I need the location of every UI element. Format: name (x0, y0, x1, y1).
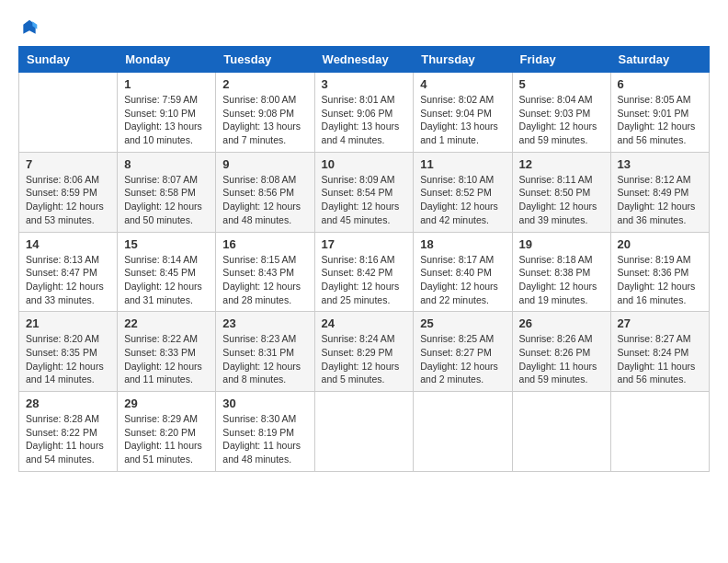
calendar-cell: 13Sunrise: 8:12 AM Sunset: 8:49 PM Dayli… (610, 152, 709, 232)
calendar-cell (610, 392, 709, 472)
calendar-week-1: 1Sunrise: 7:59 AM Sunset: 9:10 PM Daylig… (19, 73, 710, 153)
calendar-cell (314, 392, 414, 472)
day-info: Sunrise: 8:06 AM Sunset: 8:59 PM Dayligh… (26, 173, 110, 227)
day-info: Sunrise: 8:10 AM Sunset: 8:52 PM Dayligh… (420, 173, 505, 227)
day-info: Sunrise: 8:13 AM Sunset: 8:47 PM Dayligh… (26, 253, 110, 307)
day-number: 5 (519, 77, 604, 91)
day-info: Sunrise: 8:16 AM Sunset: 8:42 PM Dayligh… (322, 253, 407, 307)
day-number: 18 (420, 237, 505, 251)
day-number: 19 (519, 237, 604, 251)
page-header (18, 18, 710, 37)
day-number: 13 (618, 157, 702, 171)
day-number: 4 (420, 77, 505, 91)
day-info: Sunrise: 8:09 AM Sunset: 8:54 PM Dayligh… (322, 173, 407, 227)
calendar-cell: 6Sunrise: 8:05 AM Sunset: 9:01 PM Daylig… (610, 73, 709, 153)
day-info: Sunrise: 8:01 AM Sunset: 9:06 PM Dayligh… (322, 93, 407, 147)
calendar-cell (512, 392, 610, 472)
day-info: Sunrise: 8:15 AM Sunset: 8:43 PM Dayligh… (222, 253, 307, 307)
day-info: Sunrise: 8:04 AM Sunset: 9:03 PM Dayligh… (519, 93, 604, 147)
calendar-cell: 24Sunrise: 8:24 AM Sunset: 8:29 PM Dayli… (314, 312, 414, 392)
calendar-cell: 11Sunrise: 8:10 AM Sunset: 8:52 PM Dayli… (414, 152, 512, 232)
day-number: 24 (322, 316, 407, 330)
day-number: 28 (26, 396, 110, 410)
calendar-cell: 14Sunrise: 8:13 AM Sunset: 8:47 PM Dayli… (19, 232, 118, 312)
day-number: 14 (26, 237, 110, 251)
day-info: Sunrise: 8:18 AM Sunset: 8:38 PM Dayligh… (519, 253, 604, 307)
day-number: 25 (420, 316, 505, 330)
day-number: 2 (222, 77, 307, 91)
day-info: Sunrise: 8:02 AM Sunset: 9:04 PM Dayligh… (420, 93, 505, 147)
logo-icon (20, 18, 39, 37)
day-info: Sunrise: 8:30 AM Sunset: 8:19 PM Dayligh… (222, 412, 307, 466)
day-info: Sunrise: 8:25 AM Sunset: 8:27 PM Dayligh… (420, 332, 505, 386)
column-header-monday: Monday (118, 47, 216, 73)
day-number: 30 (222, 396, 307, 410)
calendar-cell: 23Sunrise: 8:23 AM Sunset: 8:31 PM Dayli… (216, 312, 314, 392)
calendar-cell: 21Sunrise: 8:20 AM Sunset: 8:35 PM Dayli… (19, 312, 118, 392)
calendar-week-5: 28Sunrise: 8:28 AM Sunset: 8:22 PM Dayli… (19, 392, 710, 472)
calendar-cell: 16Sunrise: 8:15 AM Sunset: 8:43 PM Dayli… (216, 232, 314, 312)
calendar-cell: 27Sunrise: 8:27 AM Sunset: 8:24 PM Dayli… (610, 312, 709, 392)
day-number: 20 (618, 237, 702, 251)
calendar-cell: 1Sunrise: 7:59 AM Sunset: 9:10 PM Daylig… (118, 73, 216, 153)
calendar-cell: 19Sunrise: 8:18 AM Sunset: 8:38 PM Dayli… (512, 232, 610, 312)
day-info: Sunrise: 8:05 AM Sunset: 9:01 PM Dayligh… (618, 93, 702, 147)
day-number: 22 (124, 316, 209, 330)
day-info: Sunrise: 8:23 AM Sunset: 8:31 PM Dayligh… (222, 332, 307, 386)
calendar-cell: 8Sunrise: 8:07 AM Sunset: 8:58 PM Daylig… (118, 152, 216, 232)
day-number: 9 (222, 157, 307, 171)
day-info: Sunrise: 8:08 AM Sunset: 8:56 PM Dayligh… (222, 173, 307, 227)
calendar-cell: 12Sunrise: 8:11 AM Sunset: 8:50 PM Dayli… (512, 152, 610, 232)
calendar-cell: 26Sunrise: 8:26 AM Sunset: 8:26 PM Dayli… (512, 312, 610, 392)
day-number: 23 (222, 316, 307, 330)
day-number: 6 (618, 77, 702, 91)
column-header-tuesday: Tuesday (216, 47, 314, 73)
calendar-cell: 4Sunrise: 8:02 AM Sunset: 9:04 PM Daylig… (414, 73, 512, 153)
day-info: Sunrise: 8:28 AM Sunset: 8:22 PM Dayligh… (26, 412, 110, 466)
day-number: 16 (222, 237, 307, 251)
calendar-week-3: 14Sunrise: 8:13 AM Sunset: 8:47 PM Dayli… (19, 232, 710, 312)
calendar-cell: 5Sunrise: 8:04 AM Sunset: 9:03 PM Daylig… (512, 73, 610, 153)
day-info: Sunrise: 8:19 AM Sunset: 8:36 PM Dayligh… (618, 253, 702, 307)
day-number: 15 (124, 237, 209, 251)
day-info: Sunrise: 7:59 AM Sunset: 9:10 PM Dayligh… (124, 93, 209, 147)
calendar-cell: 7Sunrise: 8:06 AM Sunset: 8:59 PM Daylig… (19, 152, 118, 232)
day-info: Sunrise: 8:27 AM Sunset: 8:24 PM Dayligh… (618, 332, 702, 386)
day-number: 27 (618, 316, 702, 330)
column-header-sunday: Sunday (19, 47, 118, 73)
day-number: 26 (519, 316, 604, 330)
column-header-thursday: Thursday (414, 47, 512, 73)
calendar-cell: 2Sunrise: 8:00 AM Sunset: 9:08 PM Daylig… (216, 73, 314, 153)
day-info: Sunrise: 8:24 AM Sunset: 8:29 PM Dayligh… (322, 332, 407, 386)
calendar-cell (414, 392, 512, 472)
calendar-cell: 22Sunrise: 8:22 AM Sunset: 8:33 PM Dayli… (118, 312, 216, 392)
day-info: Sunrise: 8:22 AM Sunset: 8:33 PM Dayligh… (124, 332, 209, 386)
calendar-cell: 10Sunrise: 8:09 AM Sunset: 8:54 PM Dayli… (314, 152, 414, 232)
day-number: 29 (124, 396, 209, 410)
day-number: 3 (322, 77, 407, 91)
calendar-header-row: SundayMondayTuesdayWednesdayThursdayFrid… (19, 47, 710, 73)
calendar-cell (19, 73, 118, 153)
day-number: 8 (124, 157, 209, 171)
calendar-cell: 30Sunrise: 8:30 AM Sunset: 8:19 PM Dayli… (216, 392, 314, 472)
calendar-cell: 25Sunrise: 8:25 AM Sunset: 8:27 PM Dayli… (414, 312, 512, 392)
day-number: 1 (124, 77, 209, 91)
day-info: Sunrise: 8:20 AM Sunset: 8:35 PM Dayligh… (26, 332, 110, 386)
calendar-cell: 17Sunrise: 8:16 AM Sunset: 8:42 PM Dayli… (314, 232, 414, 312)
day-number: 12 (519, 157, 604, 171)
day-info: Sunrise: 8:12 AM Sunset: 8:49 PM Dayligh… (618, 173, 702, 227)
calendar-cell: 3Sunrise: 8:01 AM Sunset: 9:06 PM Daylig… (314, 73, 414, 153)
calendar-week-2: 7Sunrise: 8:06 AM Sunset: 8:59 PM Daylig… (19, 152, 710, 232)
day-info: Sunrise: 8:17 AM Sunset: 8:40 PM Dayligh… (420, 253, 505, 307)
calendar-table: SundayMondayTuesdayWednesdayThursdayFrid… (18, 46, 710, 472)
calendar-week-4: 21Sunrise: 8:20 AM Sunset: 8:35 PM Dayli… (19, 312, 710, 392)
calendar-cell: 18Sunrise: 8:17 AM Sunset: 8:40 PM Dayli… (414, 232, 512, 312)
logo (18, 18, 39, 37)
day-number: 21 (26, 316, 110, 330)
column-header-wednesday: Wednesday (314, 47, 414, 73)
day-info: Sunrise: 8:07 AM Sunset: 8:58 PM Dayligh… (124, 173, 209, 227)
day-info: Sunrise: 8:11 AM Sunset: 8:50 PM Dayligh… (519, 173, 604, 227)
calendar-cell: 29Sunrise: 8:29 AM Sunset: 8:20 PM Dayli… (118, 392, 216, 472)
day-number: 17 (322, 237, 407, 251)
day-info: Sunrise: 8:29 AM Sunset: 8:20 PM Dayligh… (124, 412, 209, 466)
